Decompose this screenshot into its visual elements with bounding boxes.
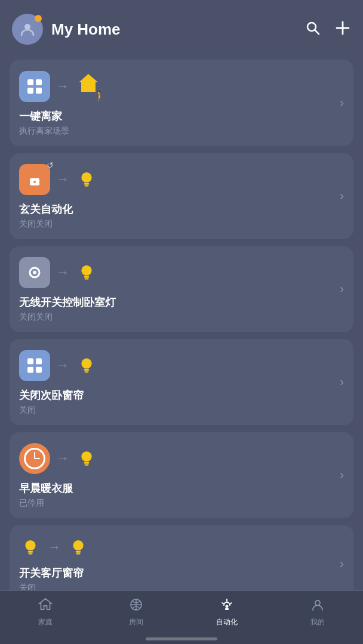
- trigger-icon-bulb: [19, 536, 42, 559]
- svg-rect-34: [76, 553, 81, 555]
- svg-rect-13: [85, 185, 89, 187]
- card-chevron-right: ›: [340, 95, 344, 111]
- svg-line-2: [315, 30, 319, 35]
- svg-rect-12: [84, 183, 90, 185]
- card-title: 关闭次卧窗帘: [19, 388, 344, 402]
- card-zaocheng-nuanyifu[interactable]: → 早晨暖衣服 已停用 ›: [10, 432, 353, 518]
- svg-point-29: [25, 540, 35, 550]
- card-wuxian-kaiguan[interactable]: → 无线开关控制卧室灯 关闭关闭 ›: [10, 246, 353, 332]
- card-subtitle: 关闭关闭: [19, 219, 344, 230]
- svg-rect-27: [84, 462, 90, 464]
- add-button[interactable]: [334, 20, 351, 39]
- trigger-icon-timer: [19, 443, 50, 474]
- svg-rect-19: [27, 358, 33, 364]
- card-icons-row: ↺ →: [19, 164, 344, 195]
- automation-nav-icon: [219, 597, 235, 615]
- result-icon-bulb: [67, 536, 90, 559]
- mid-arrow: →: [56, 451, 69, 466]
- trigger-icon-circle: [19, 257, 50, 288]
- svg-rect-8: [36, 88, 42, 94]
- nav-label-home: 家庭: [38, 617, 53, 627]
- svg-rect-20: [36, 358, 42, 364]
- svg-point-23: [81, 358, 91, 369]
- svg-point-32: [73, 540, 83, 550]
- svg-point-11: [81, 172, 91, 182]
- mid-arrow: →: [56, 265, 69, 280]
- home-indicator: [146, 637, 217, 640]
- card-chevron-right: ›: [340, 281, 344, 297]
- card-chevron-right: ›: [340, 467, 344, 483]
- result-icon-bulb: [75, 354, 98, 377]
- card-subtitle: 关闭关闭: [19, 312, 344, 323]
- card-chevron-right: ›: [340, 374, 344, 390]
- page-title: My Home: [51, 20, 304, 39]
- card-icons-row: →: [19, 350, 344, 381]
- svg-rect-22: [36, 367, 42, 373]
- nav-label-profile: 我的: [310, 617, 325, 627]
- card-chevron-right: ›: [340, 556, 344, 572]
- nav-item-home[interactable]: 家庭: [0, 597, 91, 627]
- svg-rect-7: [27, 88, 33, 94]
- svg-point-16: [81, 265, 91, 275]
- card-icons-row: →: [19, 536, 344, 559]
- card-title: 无线开关控制卧室灯: [19, 295, 344, 309]
- svg-rect-24: [84, 369, 90, 371]
- svg-rect-18: [85, 278, 89, 280]
- card-guanbi-chuanglian[interactable]: → 关闭次卧窗帘 关闭 ›: [10, 339, 353, 425]
- header: My Home: [0, 0, 363, 54]
- svg-rect-17: [84, 276, 90, 278]
- result-icon-bulb: [75, 447, 98, 470]
- trigger-icon-grid: [19, 71, 50, 102]
- card-icons-row: →: [19, 443, 344, 474]
- home-nav-icon: [38, 597, 53, 615]
- result-icon-bulb: [75, 261, 98, 284]
- svg-rect-6: [36, 79, 42, 85]
- svg-rect-30: [28, 551, 33, 553]
- card-chevron-right: ›: [340, 188, 344, 204]
- card-yijian-lijia[interactable]: → 🚶 一键离家 执行离家场景 ›: [10, 60, 353, 146]
- search-button[interactable]: [304, 20, 321, 39]
- room-nav-icon: [128, 597, 144, 615]
- svg-point-43: [315, 600, 320, 605]
- card-subtitle: 执行离家场景: [19, 126, 344, 137]
- svg-rect-42: [225, 608, 229, 610]
- svg-rect-31: [29, 553, 33, 555]
- mid-arrow: →: [56, 172, 69, 187]
- card-title: 一键离家: [19, 109, 344, 123]
- nav-item-room[interactable]: 房间: [91, 597, 182, 627]
- svg-line-40: [222, 603, 224, 604]
- card-title: 开关客厅窗帘: [19, 566, 344, 580]
- svg-rect-28: [85, 465, 89, 466]
- card-subtitle: 已停用: [19, 498, 344, 509]
- nav-label-automation: 自动化: [216, 617, 238, 627]
- nav-label-room: 房间: [129, 617, 143, 627]
- card-xuanguan-zidonghua[interactable]: ↺ → 玄关自动化 关闭关闭 ›: [10, 153, 353, 239]
- svg-rect-21: [27, 367, 33, 373]
- svg-rect-25: [85, 371, 89, 373]
- svg-point-10: [33, 181, 36, 183]
- svg-point-38: [226, 605, 229, 608]
- card-subtitle: 关闭: [19, 405, 344, 416]
- trigger-icon-grid2: [19, 350, 50, 381]
- header-actions: [304, 20, 351, 39]
- profile-nav-icon: [310, 597, 325, 615]
- svg-point-0: [24, 24, 30, 30]
- card-icons-row: →: [19, 257, 344, 288]
- avatar[interactable]: [12, 14, 43, 45]
- card-title: 早晨暖衣服: [19, 481, 344, 496]
- person-icon: 🚶: [93, 90, 106, 103]
- bottom-nav: 家庭 房间 自动化: [0, 590, 363, 644]
- result-icon-bulb: [75, 168, 98, 191]
- trigger-icon-lock: ↺: [19, 164, 50, 195]
- mid-arrow: →: [48, 540, 61, 555]
- svg-point-26: [81, 451, 91, 462]
- nav-item-automation[interactable]: 自动化: [182, 597, 272, 627]
- svg-line-41: [230, 603, 232, 604]
- nav-item-profile[interactable]: 我的: [272, 597, 363, 627]
- svg-rect-33: [76, 551, 81, 553]
- mid-arrow: →: [56, 358, 69, 373]
- mid-arrow: →: [56, 79, 69, 94]
- cards-container: → 🚶 一键离家 执行离家场景 › ↺ →: [0, 54, 363, 644]
- svg-point-15: [33, 271, 36, 274]
- result-icon-house: 🚶: [75, 70, 101, 102]
